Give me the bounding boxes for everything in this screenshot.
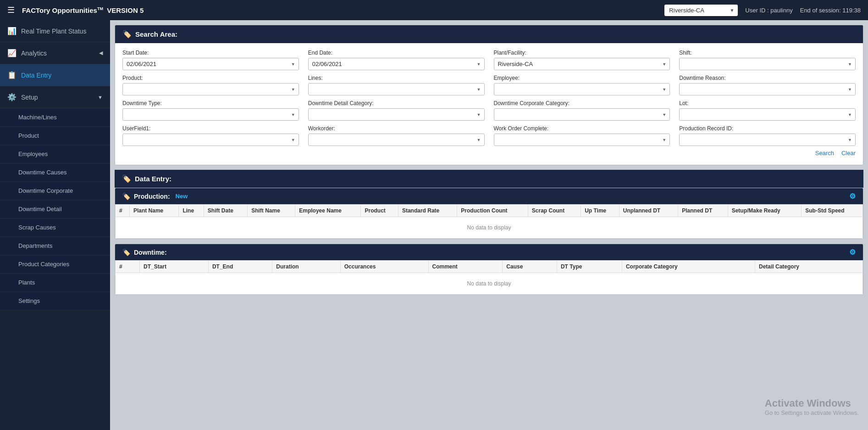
data-entry-section-header: 🏷️ Data Entry: (115, 170, 863, 188)
downtime-table-head: # DT_Start DT_End Duration Occurances Co… (116, 261, 863, 273)
col-up-time: Up Time (581, 205, 619, 217)
downtime-panel-header: 🏷️ Downtime: ⚙ (115, 244, 863, 260)
downtime-gear-icon[interactable]: ⚙ (849, 248, 856, 257)
end-date-select[interactable]: 02/06/2021 (308, 58, 485, 70)
sidebar-sub-employees[interactable]: Employees (0, 145, 110, 163)
app-title-text: FACTory Opportunities (22, 6, 97, 14)
product-select[interactable] (122, 83, 299, 95)
downtime-no-data: No data to display (116, 273, 863, 295)
downtime-type-group: Downtime Type: (122, 100, 299, 121)
dt-col-corporate: Corporate Category (622, 261, 755, 273)
production-header-row: # Plant Name Line Shift Date Shift Name … (116, 205, 863, 217)
sidebar-sub-downtime-causes[interactable]: Downtime Causes (0, 163, 110, 182)
hamburger-icon[interactable]: ☰ (7, 5, 15, 15)
sidebar-sub-downtime-detail[interactable]: Downtime Detail (0, 200, 110, 218)
search-area-panel: 🏷️ Search Area: Start Date: 02/06/2021 (115, 25, 863, 165)
production-table-wrap: # Plant Name Line Shift Date Shift Name … (115, 204, 863, 239)
sidebar-sub-scrap-causes[interactable]: Scrap Causes (0, 218, 110, 237)
lot-wrap (679, 108, 856, 121)
search-area-grid: Start Date: 02/06/2021 End Date: 02/06/2… (122, 50, 856, 146)
production-new-link[interactable]: New (176, 193, 188, 200)
production-table: # Plant Name Line Shift Date Shift Name … (115, 204, 863, 239)
col-shift-date: Shift Date (204, 205, 247, 217)
work-order-complete-label: Work Order Complete: (494, 125, 670, 132)
dt-col-duration: Duration (272, 261, 340, 273)
downtime-reason-label: Downtime Reason: (679, 75, 856, 81)
sidebar-sub-machine-lines[interactable]: Machine/Lines (0, 108, 110, 127)
sidebar-item-real-time[interactable]: 📊 Real Time Plant Status (0, 20, 110, 42)
downtime-corporate-group: Downtime Corporate Category: (494, 100, 670, 121)
downtime-reason-select[interactable] (679, 83, 856, 95)
sidebar-sub-departments[interactable]: Departments (0, 237, 110, 255)
sidebar-item-label: Real Time Plant Status (21, 28, 86, 35)
downtime-type-select[interactable] (122, 108, 299, 121)
downtime-table-wrap: # DT_Start DT_End Duration Occurances Co… (115, 260, 863, 295)
col-hash: # (116, 205, 130, 217)
workorder-group: Workorder: (308, 125, 485, 146)
employee-group: Employee: (494, 75, 670, 95)
workorder-select[interactable] (308, 134, 485, 146)
downtime-no-data-row: No data to display (116, 273, 863, 295)
sidebar-item-data-entry[interactable]: 📋 Data Entry (0, 64, 110, 86)
lot-group: Lot: (679, 100, 856, 121)
col-employee-name: Employee Name (295, 205, 361, 217)
search-area-body: Start Date: 02/06/2021 End Date: 02/06/2… (115, 43, 863, 165)
product-group: Product: (122, 75, 299, 95)
production-record-group: Production Record ID: (679, 125, 856, 146)
shift-select[interactable] (679, 58, 856, 70)
production-no-data: No data to display (116, 217, 863, 239)
production-panel-header: 🏷️ Production: New ⚙ (115, 188, 863, 204)
production-table-body: No data to display (116, 217, 863, 239)
production-record-select[interactable] (679, 134, 856, 146)
sidebar-item-label: Data Entry (21, 72, 51, 79)
clear-button[interactable]: Clear (841, 150, 856, 156)
sidebar-sub-downtime-corporate[interactable]: Downtime Corporate (0, 182, 110, 200)
production-panel: 🏷️ Production: New ⚙ # Plant Name Line S… (115, 188, 863, 239)
main-content: 🏷️ Search Area: Start Date: 02/06/2021 (110, 20, 868, 430)
work-order-complete-select[interactable] (494, 134, 670, 146)
sidebar-setup-label: Setup (21, 94, 38, 101)
dt-col-occurances: Occurances (340, 261, 428, 273)
lines-wrap (308, 83, 485, 95)
production-gear-icon[interactable]: ⚙ (849, 192, 856, 201)
sidebar-item-setup[interactable]: ⚙️ Setup ▼ (0, 86, 110, 108)
dt-col-cause: Cause (503, 261, 557, 273)
dt-col-comment: Comment (428, 261, 503, 273)
lot-select[interactable] (679, 108, 856, 121)
sidebar-sub-plants[interactable]: Plants (0, 274, 110, 292)
sidebar-sub-settings[interactable]: Settings (0, 292, 110, 310)
start-date-select[interactable]: 02/06/2021 (122, 58, 299, 70)
setup-arrow-icon: ▼ (98, 95, 103, 100)
col-shift-name: Shift Name (248, 205, 295, 217)
plant-label: Plant/Facility: (494, 50, 670, 56)
production-title: Production: (134, 193, 170, 200)
analytics-arrow-icon: ◀ (99, 50, 103, 56)
facility-select[interactable]: Riverside-CA (664, 5, 738, 16)
col-planned-dt: Planned DT (678, 205, 728, 217)
analytics-icon: 📈 (7, 49, 17, 57)
work-order-complete-group: Work Order Complete: (494, 125, 670, 146)
data-entry-header-title: Data Entry: (135, 175, 171, 183)
downtime-corporate-label: Downtime Corporate Category: (494, 100, 670, 106)
employee-select[interactable] (494, 83, 670, 95)
lines-select[interactable] (308, 83, 485, 95)
shift-wrap (679, 58, 856, 70)
shift-group: Shift: (679, 50, 856, 70)
sidebar-sub-product-categories[interactable]: Product Categories (0, 255, 110, 274)
workorder-wrap (308, 134, 485, 146)
downtime-detail-select[interactable] (308, 108, 485, 121)
sidebar-sub-product[interactable]: Product (0, 127, 110, 145)
lines-label: Lines: (308, 75, 485, 81)
plant-select[interactable]: Riverside-CA (494, 58, 670, 70)
production-header-icon: 🏷️ (122, 193, 130, 200)
search-area-title: Search Area: (135, 30, 177, 38)
search-button[interactable]: Search (815, 150, 834, 156)
downtime-table-body: No data to display (116, 273, 863, 295)
downtime-corporate-select[interactable] (494, 108, 670, 121)
col-unplanned-dt: Unplanned DT (619, 205, 678, 217)
sidebar-item-analytics[interactable]: 📈 Analytics ◀ (0, 42, 110, 64)
userfield1-select[interactable] (122, 134, 299, 146)
downtime-type-wrap (122, 108, 299, 121)
shift-label: Shift: (679, 50, 856, 56)
sidebar: 📊 Real Time Plant Status 📈 Analytics ◀ 📋… (0, 20, 110, 430)
